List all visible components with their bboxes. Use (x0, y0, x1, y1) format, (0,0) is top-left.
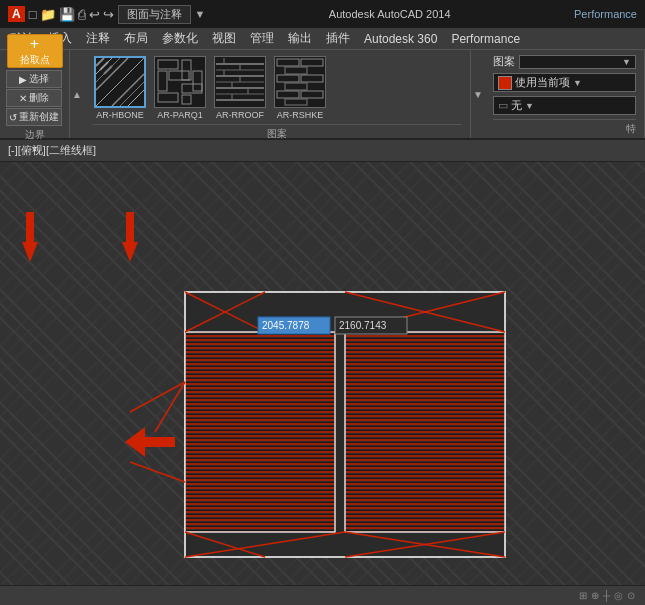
right-section-label: 特 (493, 119, 636, 136)
pattern-hbone[interactable]: AR-HBONE (92, 54, 148, 122)
pattern-prop-label: 图案 (493, 54, 515, 69)
pattern-dropdown[interactable]: ▼ (519, 55, 636, 69)
parq1-label: AR-PARQ1 (157, 110, 202, 120)
drawing-canvas: 2045.7878 2160.7143 (0, 162, 645, 585)
ribbon-right-section: 图案 ▼ 使用当前项 ▼ ▭ 无 ▼ 特 (485, 50, 645, 138)
delete-label: 删除 (29, 91, 49, 105)
pattern-parq1-box (154, 56, 206, 108)
row-none: ▭ 无 ▼ (493, 96, 636, 115)
title-left: A □ 📁 💾 ⎙ ↩ ↪ 图面与注释 ▼ (8, 5, 205, 24)
pick-icon: + (30, 35, 39, 53)
recreate-button[interactable]: ↺ 重新创建 (6, 108, 62, 126)
menu-bar: 默认 插入 注释 布局 参数化 视图 管理 输出 插件 Autodesk 360… (0, 28, 645, 50)
select-icon: ▶ (19, 74, 27, 85)
ribbon-scroll-down: ▼ (471, 50, 485, 138)
viewport-label: [-][俯视][二维线框] (8, 143, 96, 158)
coord1-text: 2045.7878 (262, 320, 310, 331)
quick-access: □ 📁 💾 ⎙ ↩ ↪ (29, 7, 114, 22)
svg-rect-59 (185, 332, 335, 532)
current-dd-arrow: ▼ (573, 78, 582, 88)
ribbon: + 拾取点 ▶ 选择 ✕ 删除 ↺ 重新创建 边界 ▼ ▲ (0, 50, 645, 140)
open-btn[interactable]: 📁 (40, 7, 56, 22)
recreate-label: 重新创建 (19, 110, 59, 124)
canvas-area[interactable]: 2045.7878 2160.7143 (0, 162, 645, 585)
none-dd-arrow: ▼ (525, 101, 534, 111)
pattern-items-row: AR-HBONE AR-PA (92, 54, 462, 122)
pattern-hbone-box (94, 56, 146, 108)
select-button[interactable]: ▶ 选择 (6, 70, 62, 88)
boundary-section-label: 边界 (25, 128, 45, 142)
pattern-dd-arrow: ▼ (622, 57, 631, 67)
undo-btn[interactable]: ↩ (89, 7, 100, 22)
menu-output[interactable]: 输出 (282, 28, 318, 49)
snap-icon[interactable]: ⊕ (591, 590, 599, 601)
print-btn[interactable]: ⎙ (78, 7, 86, 22)
menu-view[interactable]: 视图 (206, 28, 242, 49)
title-center: Autodesk AutoCAD 2014 (205, 8, 574, 20)
save-btn[interactable]: 💾 (59, 7, 75, 22)
recreate-icon: ↺ (9, 112, 17, 123)
rroof-label: AR-RROOF (216, 110, 264, 120)
pick-point-button[interactable]: + 拾取点 (7, 34, 63, 68)
app-title: Autodesk AutoCAD 2014 (329, 8, 451, 20)
pattern-rshke-box (274, 56, 326, 108)
redo-btn[interactable]: ↪ (103, 7, 114, 22)
none-icon: ▭ (498, 99, 508, 112)
none-label: 无 (511, 98, 522, 113)
delete-button[interactable]: ✕ 删除 (6, 89, 62, 107)
rshke-label: AR-RSHKE (277, 110, 324, 120)
performance-label[interactable]: Performance (574, 8, 637, 20)
none-dropdown[interactable]: ▭ 无 ▼ (493, 96, 636, 115)
coord2-text: 2160.7143 (339, 320, 387, 331)
delete-icon: ✕ (19, 93, 27, 104)
pattern-rroof-box (214, 56, 266, 108)
polar-icon[interactable]: ◎ (614, 590, 623, 601)
menu-manage[interactable]: 管理 (244, 28, 280, 49)
menu-performance[interactable]: Performance (445, 30, 526, 48)
menu-plugins[interactable]: 插件 (320, 28, 356, 49)
row-current: 使用当前项 ▼ (493, 73, 636, 92)
pattern-parq1[interactable]: AR-PARQ1 (152, 54, 208, 122)
ortho-icon[interactable]: ┼ (603, 590, 610, 601)
pick-label: 拾取点 (20, 53, 50, 67)
menu-annotate[interactable]: 注释 (80, 28, 116, 49)
new-btn[interactable]: □ (29, 7, 37, 22)
pattern-rshke[interactable]: AR-RSHKE (272, 54, 328, 122)
osnap-icon[interactable]: ⊙ (627, 590, 635, 601)
title-bar: A □ 📁 💾 ⎙ ↩ ↪ 图面与注释 ▼ Autodesk AutoCAD 2… (0, 0, 645, 28)
menu-parametric[interactable]: 参数化 (156, 28, 204, 49)
current-label: 使用当前项 (515, 75, 570, 90)
current-dropdown[interactable]: 使用当前项 ▼ (493, 73, 636, 92)
status-bar: [-][俯视][二维线框] (0, 140, 645, 162)
scroll-up-arrow[interactable]: ▲ (72, 89, 82, 100)
select-label: 选择 (29, 72, 49, 86)
ribbon-scroll-up: ▲ (70, 50, 84, 138)
grid-icon[interactable]: ⊞ (579, 590, 587, 601)
pattern-section-label: 图案 (92, 124, 462, 141)
svg-rect-12 (156, 58, 204, 106)
color-swatch (498, 76, 512, 90)
bottom-bar: ⊞ ⊕ ┼ ◎ ⊙ (0, 585, 645, 605)
ribbon-patterns-section: AR-HBONE AR-PA (84, 50, 471, 138)
svg-rect-60 (345, 332, 505, 532)
menu-adsk360[interactable]: Autodesk 360 (358, 30, 443, 48)
hbone-label: AR-HBONE (96, 110, 144, 120)
title-right: Performance (574, 8, 637, 20)
workspace-label: 图面与注释 (118, 5, 191, 24)
workspace-arrow[interactable]: ▼ (195, 8, 206, 20)
menu-layout[interactable]: 布局 (118, 28, 154, 49)
ribbon-boundary-section: + 拾取点 ▶ 选择 ✕ 删除 ↺ 重新创建 边界 ▼ (0, 50, 70, 138)
pattern-rroof[interactable]: AR-RROOF (212, 54, 268, 122)
row-pattern: 图案 ▼ (493, 54, 636, 69)
app-icon: A (8, 6, 25, 22)
scroll-down-arrow[interactable]: ▼ (473, 89, 483, 100)
